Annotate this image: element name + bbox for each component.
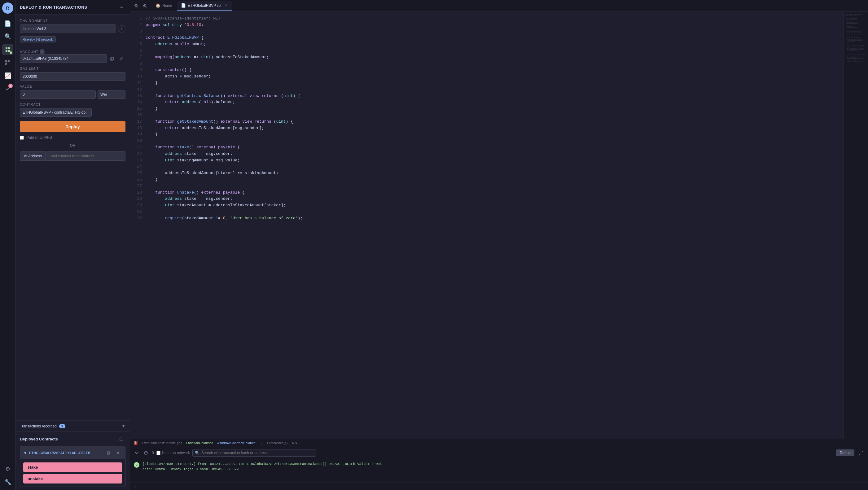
- svg-rect-2: [6, 50, 7, 52]
- rail-icon-tools[interactable]: 🔧: [2, 477, 13, 488]
- console-prompt: >: [130, 483, 868, 490]
- listen-checkbox[interactable]: [156, 451, 160, 455]
- unstake-button[interactable]: unstake: [23, 474, 122, 484]
- environment-row: Injected Web3 i: [20, 25, 125, 33]
- trash-icon: [119, 437, 124, 441]
- debug-button[interactable]: Debug: [836, 450, 855, 456]
- deployed-contracts-label: Deployed Contracts: [20, 437, 58, 441]
- chevrons: ∧ ∨: [291, 441, 298, 445]
- transactions-header[interactable]: Transactions recorded 9 ▼: [16, 420, 130, 431]
- value-input[interactable]: 0: [20, 90, 96, 99]
- status-bar: ⛽ Execution cost: infinite gas FunctionD…: [130, 439, 868, 447]
- log-success-icon: ✓: [134, 462, 140, 468]
- contract-instance: ▼ ETHGLOBALRSVP AT 0X1AE...DE1FB: [20, 446, 125, 487]
- files-icon: 📄: [4, 20, 11, 27]
- zoom-in-btn[interactable]: [141, 2, 149, 9]
- gas-icon: ⛽: [134, 441, 138, 445]
- deploy-button[interactable]: Deploy: [20, 121, 125, 132]
- svg-point-8: [120, 7, 121, 8]
- copy-address-btn[interactable]: [108, 55, 116, 63]
- rail-icon-analytics[interactable]: 📈: [2, 70, 13, 81]
- tab-sol[interactable]: 📄 ETHGlobalRSVP.sol ✕: [177, 1, 232, 10]
- at-address-button[interactable]: At Address: [20, 151, 46, 161]
- console-counter: 0: [152, 451, 154, 455]
- edit-address-btn[interactable]: [117, 55, 125, 63]
- console-search-icon: 🔍: [195, 451, 199, 455]
- console-down-btn[interactable]: [133, 450, 140, 456]
- panel-header: DEPLOY & RUN TRANSACTIONS: [16, 0, 130, 14]
- next-ref-btn[interactable]: ∨: [295, 441, 298, 445]
- svg-point-9: [121, 7, 122, 8]
- code-area: 12345 678910 1112131415 1617181920 21222…: [130, 12, 843, 439]
- rail-icon-search[interactable]: 🔍: [2, 31, 13, 42]
- contract-label: CONTRACT: [20, 102, 125, 106]
- git-icon: [5, 59, 11, 66]
- rail-icon-check[interactable]: 5: [2, 83, 13, 94]
- search-box: 🔍: [192, 449, 316, 457]
- contract-instance-chevron[interactable]: ▼: [23, 451, 27, 455]
- svg-line-28: [146, 6, 147, 7]
- expand-icon: [859, 451, 863, 455]
- environment-label: ENVIRONMENT: [20, 19, 125, 23]
- svg-rect-14: [120, 438, 123, 441]
- zoom-in-icon: [143, 4, 147, 8]
- transactions-badge: 9: [59, 424, 65, 428]
- svg-point-6: [5, 63, 7, 65]
- value-row: 0 Wei Gwei Finney Ether: [20, 90, 125, 99]
- console-clock-btn[interactable]: [143, 450, 149, 456]
- sol-tab-close[interactable]: ✕: [223, 3, 228, 8]
- console-area: 0 listen on network 🔍 Debug ✓: [130, 447, 868, 490]
- environment-info-btn[interactable]: i: [118, 25, 125, 33]
- exec-cost: Execution cost: infinite gas: [142, 441, 182, 445]
- or-divider: OR: [20, 144, 125, 148]
- rail-icon-settings[interactable]: ⚙: [2, 463, 13, 474]
- tools-icon: 🔧: [4, 479, 11, 485]
- edit-icon: [119, 56, 124, 61]
- console-search-input[interactable]: [192, 449, 316, 457]
- stake-button[interactable]: stake: [23, 462, 122, 472]
- svg-line-24: [137, 6, 138, 7]
- home-tab-label: Home: [162, 3, 172, 8]
- svg-rect-11: [111, 58, 113, 60]
- prev-ref-btn[interactable]: ∧: [291, 441, 294, 445]
- main-area: 🏠 Home 📄 ETHGlobalRSVP.sol ✕ 12345 67891…: [130, 0, 868, 490]
- close-instance-icon: [116, 451, 120, 455]
- account-select-row: 0x124...a9FA8 (0.18345734: [20, 54, 125, 63]
- console-log: ✓ [block:10477835 txIndex:7] from: 0x124…: [130, 459, 868, 483]
- tab-zoom: [132, 2, 149, 9]
- svg-rect-19: [108, 451, 110, 454]
- value-unit-select[interactable]: Wei Gwei Finney Ether: [98, 90, 125, 99]
- search-icon: 🔍: [4, 33, 11, 40]
- console-toolbar: 0 listen on network 🔍 Debug: [130, 447, 868, 459]
- contract-select[interactable]: ETHGlobalRSVP - contracts/ETHGlob...: [20, 108, 92, 117]
- code-content: // SPDX-License-Identifier: MIT pragma s…: [146, 12, 843, 439]
- publish-ipfs-label: Publish to IPFS: [26, 135, 52, 140]
- load-contract-input[interactable]: [46, 151, 125, 161]
- panel-menu-btn[interactable]: [117, 3, 125, 11]
- zoom-out-btn[interactable]: [132, 2, 140, 9]
- rail-icon-git[interactable]: [2, 57, 13, 68]
- logo-icon[interactable]: R: [2, 2, 13, 13]
- tab-home[interactable]: 🏠 Home: [152, 1, 176, 10]
- account-select[interactable]: 0x124...a9FA8 (0.18345734: [20, 54, 107, 63]
- contract-instance-title: ETHGLOBALRSVP AT 0X1AE...DE1FB: [29, 451, 90, 455]
- value-label: VALUE: [20, 85, 125, 88]
- console-down-icon: [134, 451, 139, 455]
- clear-deployed-btn[interactable]: [117, 435, 125, 443]
- gas-limit-label: GAS LIMIT: [20, 67, 125, 70]
- account-plus-btn[interactable]: +: [40, 49, 44, 54]
- rail-icon-plugin[interactable]: [2, 44, 13, 55]
- line-numbers: 12345 678910 1112131415 1617181920 21222…: [130, 12, 146, 439]
- close-instance-btn[interactable]: [114, 449, 122, 457]
- gas-limit-input[interactable]: 3000000: [20, 72, 125, 81]
- rail-icon-files[interactable]: 📄: [2, 18, 13, 29]
- home-tab-icon: 🏠: [156, 3, 160, 8]
- tab-bar: 🏠 Home 📄 ETHGlobalRSVP.sol ✕: [130, 0, 868, 12]
- environment-select[interactable]: Injected Web3: [20, 25, 116, 33]
- expand-console-btn[interactable]: [857, 449, 865, 457]
- listen-check: listen on network: [156, 451, 190, 455]
- left-panel: DEPLOY & RUN TRANSACTIONS ENVIRONMENT In…: [16, 0, 130, 490]
- svg-rect-12: [111, 57, 114, 60]
- copy-instance-btn[interactable]: [105, 449, 113, 457]
- publish-ipfs-checkbox[interactable]: [20, 136, 24, 140]
